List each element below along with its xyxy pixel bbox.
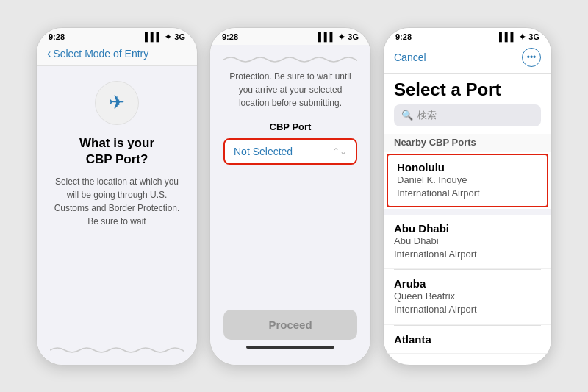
right-phone: 9:28 ▌▌▌ ✦ 3G Cancel ••• Select a Port 🔍… [383, 27, 552, 366]
signal-bar-icon-m: ▌▌▌ [318, 32, 335, 41]
wavy-divider-top [223, 54, 357, 63]
port-item-honolulu[interactable]: Honolulu Daniel K. Inouye International … [387, 154, 548, 207]
port-item-aruba[interactable]: Aruba Queen Beatrix International Airpor… [384, 270, 551, 324]
port-detail1-honolulu: Daniel K. Inouye [397, 174, 538, 187]
port-detail1-aruba: Queen Beatrix [394, 290, 541, 303]
cbp-port-label: CBP Port [223, 121, 357, 132]
chevron-left-icon: ‹ [47, 48, 51, 60]
cbp-port-title: What is your CBP Port? [79, 135, 154, 168]
screen2-description: Protection. Be sure to wait until you ar… [223, 70, 357, 110]
port-name-atlanta: Atlanta [394, 333, 541, 346]
port-list: Honolulu Daniel K. Inouye International … [384, 152, 551, 354]
signal-bar-icon: ▌▌▌ [145, 32, 162, 41]
nearby-ports-header: Nearby CBP Ports [384, 134, 551, 152]
screen1-content: ✈ What is your CBP Port? Select the loca… [37, 66, 197, 365]
port-name-aruba: Aruba [394, 277, 541, 290]
wifi-icon-m: ✦ [338, 32, 345, 42]
port-item-atlanta[interactable]: Atlanta [384, 326, 551, 354]
cancel-button[interactable]: Cancel [394, 51, 426, 63]
port-detail2-aruba: International Airport [394, 303, 541, 316]
status-bar-right: 9:28 ▌▌▌ ✦ 3G [384, 28, 551, 45]
network-icon: 3G [174, 32, 185, 41]
updown-arrows-icon: ⌃⌄ [332, 146, 347, 157]
back-button-left[interactable]: ‹ Select Mode of Entry [47, 48, 187, 60]
cbp-port-selector[interactable]: Not Selected ⌃⌄ [223, 138, 357, 165]
wifi-icon: ✦ [165, 32, 171, 42]
select-port-title: Select a Port [384, 74, 551, 104]
proceed-button[interactable]: Proceed [223, 310, 357, 340]
signal-icons-right: ▌▌▌ ✦ 3G [499, 32, 539, 42]
network-icon-r: 3G [528, 32, 539, 41]
signal-icons-left: ▌▌▌ ✦ 3G [145, 32, 185, 42]
search-placeholder-text: 検索 [417, 109, 437, 122]
search-bar[interactable]: 🔍 検索 [394, 104, 541, 126]
wavy-divider [50, 344, 184, 353]
time-right: 9:28 [395, 32, 412, 41]
port-item-abudhabi[interactable]: Abu Dhabi Abu Dhabi International Airpor… [384, 215, 551, 269]
home-indicator-middle [246, 346, 334, 349]
plane-icon-circle: ✈ [95, 81, 139, 125]
back-label-left: Select Mode of Entry [53, 48, 148, 60]
status-bar-middle: 9:28 ▌▌▌ ✦ 3G [210, 28, 370, 45]
cbp-port-description: Select the location at which you will be… [50, 175, 184, 228]
port-detail2-abudhabi: International Airport [394, 248, 541, 261]
status-bar-left: 9:28 ▌▌▌ ✦ 3G [37, 28, 197, 45]
not-selected-text: Not Selected [234, 146, 293, 157]
nav-bar-left: ‹ Select Mode of Entry [37, 45, 197, 66]
search-icon: 🔍 [401, 110, 413, 121]
left-phone: 9:28 ▌▌▌ ✦ 3G ‹ Select Mode of Entry ✈ W… [36, 27, 198, 366]
signal-icons-middle: ▌▌▌ ✦ 3G [318, 32, 359, 42]
nav-bar-right: Cancel ••• [384, 45, 551, 74]
more-options-button[interactable]: ••• [522, 48, 541, 67]
network-icon-m: 3G [348, 32, 359, 41]
port-detail1-abudhabi: Abu Dhabi [394, 235, 541, 248]
signal-bar-icon-r: ▌▌▌ [499, 32, 516, 41]
wifi-icon-r: ✦ [519, 32, 526, 42]
time-left: 9:28 [49, 32, 65, 41]
middle-phone: 9:28 ▌▌▌ ✦ 3G Protection. Be sure to wai… [209, 27, 371, 366]
port-name-abudhabi: Abu Dhabi [394, 222, 541, 235]
port-name-honolulu: Honolulu [397, 161, 538, 174]
plane-icon: ✈ [109, 91, 125, 114]
section-separator [384, 209, 551, 215]
time-middle: 9:28 [222, 32, 238, 41]
more-icon: ••• [527, 52, 537, 63]
screen2-content: Protection. Be sure to wait until you ar… [210, 45, 370, 365]
port-detail2-honolulu: International Airport [397, 187, 538, 200]
